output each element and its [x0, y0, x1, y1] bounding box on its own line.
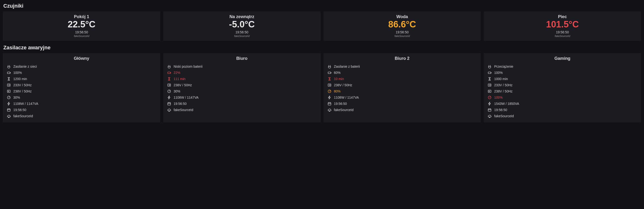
battery-icon: [167, 71, 171, 75]
plug-icon: [488, 64, 492, 69]
sensor-label: Pokój 1: [7, 14, 156, 19]
ups-grid: Główny Zasilanie z sieci 100% 1200 min: [3, 53, 641, 122]
ups-row-text: fakeSourceId: [174, 108, 194, 112]
ups-row: 233V / 50Hz: [7, 82, 156, 88]
sensor-time: 19:56:50: [167, 30, 317, 34]
ups-row: 1108W / 1147VA: [327, 94, 477, 101]
ups-row-text: Przeciążenie: [494, 65, 513, 68]
section-title-sensors: Czujniki: [3, 3, 641, 9]
clock-icon: [7, 108, 11, 112]
ups-row-text: fakeSourceId: [334, 108, 354, 112]
ups-row-text: 111 min: [174, 77, 186, 81]
sensor-card[interactable]: Pokój 1 22.5°C 19:56:50 fakeSourceId: [3, 12, 160, 41]
sensor-source: fakeSourceId: [327, 35, 477, 37]
ups-row: fakeSourceId: [7, 113, 156, 119]
ups-row: 80%: [327, 88, 477, 94]
ups-row: 19:56:50: [167, 101, 317, 107]
sensor-card[interactable]: Piec 101.5°C 19:56:50 fakeSourceId: [484, 12, 641, 41]
cloud-icon: [488, 114, 492, 118]
plug-icon: [327, 64, 332, 69]
ups-rows: Przeciążenie 100% 1000 min 233V / 50Hz: [488, 63, 637, 119]
ups-row: fakeSourceId: [327, 107, 477, 113]
ups-rows: Niski poziom baterii 22% 111 min 238V / …: [167, 63, 317, 113]
ups-row-text: 30%: [13, 96, 20, 99]
cloud-icon: [167, 108, 171, 112]
ups-row-text: 22%: [174, 71, 180, 75]
sensor-card[interactable]: Woda 86.6°C 19:56:50 fakeSourceId: [324, 12, 481, 41]
sensor-value: 101.5°C: [488, 20, 637, 29]
sensor-time: 19:56:50: [7, 30, 156, 34]
ups-row-text: Zasilanie z sieci: [13, 65, 37, 68]
sensor-label: Piec: [488, 14, 637, 19]
ups-row: 100%: [488, 94, 637, 101]
ups-row-text: 233V / 50Hz: [13, 83, 32, 87]
sensor-value: 22.5°C: [7, 20, 156, 29]
ups-row: Przeciążenie: [488, 63, 637, 70]
ups-row: 30%: [167, 88, 317, 94]
ups-title: Biuro 2: [327, 56, 477, 61]
ups-row-text: 19:56:50: [494, 108, 507, 112]
ups-title: Główny: [7, 56, 156, 61]
ups-row: 238V / 50Hz: [7, 88, 156, 94]
ups-row: 238V / 50Hz: [488, 88, 637, 94]
clock-icon: [327, 102, 332, 106]
sensor-label: Woda: [327, 14, 477, 19]
ups-row: Zasilanie z sieci: [7, 63, 156, 70]
ups-title: Biuro: [167, 56, 317, 61]
ups-card[interactable]: Gaming Przeciążenie 100% 1000 min: [484, 53, 641, 122]
ups-row: Niski poziom baterii: [167, 63, 317, 70]
ups-row-text: 1200 min: [13, 77, 27, 81]
sensor-source: fakeSourceId: [488, 35, 637, 37]
hourglass-icon: [327, 77, 332, 81]
sensor-value: -5.0°C: [167, 20, 317, 29]
ups-title: Gaming: [488, 56, 637, 61]
sensor-card[interactable]: Na zewnątrz -5.0°C 19:56:50 fakeSourceId: [163, 12, 321, 41]
sensor-source: fakeSourceId: [167, 35, 317, 37]
ups-card[interactable]: Biuro Niski poziom baterii 22% 111 min: [163, 53, 321, 122]
sensors-grid: Pokój 1 22.5°C 19:56:50 fakeSourceId Na …: [3, 12, 641, 41]
out-icon: [488, 89, 492, 93]
ups-row-text: fakeSourceId: [13, 114, 33, 118]
ups-row: 22%: [167, 70, 317, 76]
battery-icon: [7, 71, 11, 75]
sensor-time: 19:56:50: [327, 30, 477, 34]
ups-card[interactable]: Biuro 2 Zasilanie z baterii 60% 10 min: [324, 53, 481, 122]
gauge-icon: [7, 95, 11, 100]
ups-row: 1108W / 1147VA: [7, 101, 156, 107]
ups-row-text: 238V / 50Hz: [334, 83, 352, 87]
ups-row-text: 238V / 50Hz: [13, 89, 32, 93]
sensor-label: Na zewnątrz: [167, 14, 317, 19]
ups-row: 10 min: [327, 76, 477, 82]
ups-row-text: Zasilanie z baterii: [334, 65, 360, 68]
ups-row-text: 1000 min: [494, 77, 508, 81]
ups-card[interactable]: Główny Zasilanie z sieci 100% 1200 min: [3, 53, 160, 122]
ups-row: 1108W / 1147VA: [167, 94, 317, 101]
ups-row-text: 233V / 50Hz: [494, 83, 512, 87]
ups-row-text: 1108W / 1147VA: [13, 102, 38, 106]
ups-row-text: Niski poziom baterii: [174, 65, 202, 68]
ups-row-text: 1108W / 1147VA: [174, 96, 199, 99]
bolt-icon: [167, 95, 171, 100]
battery-icon: [488, 71, 492, 75]
ups-row-text: 100%: [494, 96, 503, 99]
bolt-icon: [327, 95, 332, 100]
hourglass-icon: [7, 77, 11, 81]
ups-row: 1000 min: [488, 76, 637, 82]
bolt-icon: [7, 102, 11, 106]
hourglass-icon: [488, 77, 492, 81]
in-icon: [488, 83, 492, 87]
ups-row-text: fakeSourceId: [494, 114, 514, 118]
ups-row: fakeSourceId: [488, 113, 637, 119]
ups-row: 1543W / 1850VA: [488, 101, 637, 107]
in-icon: [7, 83, 11, 87]
ups-row-text: 100%: [13, 71, 22, 75]
ups-row-text: 60%: [334, 71, 341, 75]
ups-row-text: 100%: [494, 71, 503, 75]
ups-row: 60%: [327, 70, 477, 76]
ups-row-text: 238V / 50Hz: [174, 83, 192, 87]
ups-row: 238V / 50Hz: [327, 82, 477, 88]
ups-row-text: 1108W / 1147VA: [334, 96, 359, 99]
ups-row-text: 80%: [334, 89, 341, 93]
cloud-icon: [327, 108, 332, 112]
ups-row-text: 19:56:50: [174, 102, 187, 106]
